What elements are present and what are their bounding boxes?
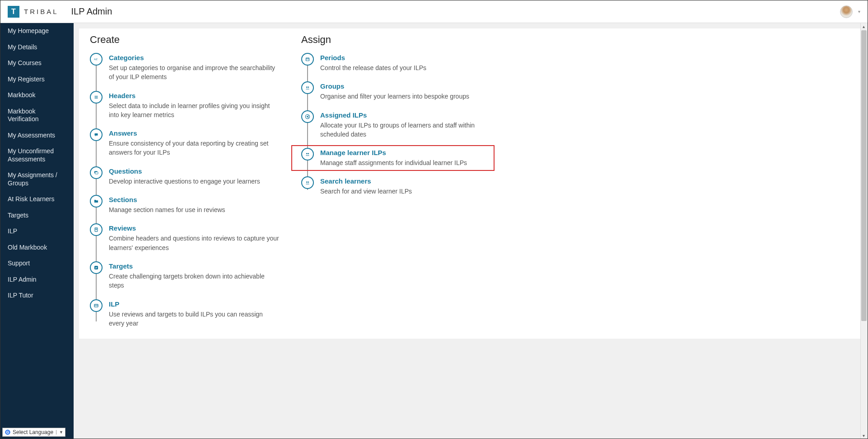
sidebar-item-my-details[interactable]: My Details	[0, 39, 74, 56]
item-title[interactable]: Manage learner ILPs	[320, 149, 491, 156]
google-translate-icon: G	[5, 429, 11, 435]
scroll-down-icon[interactable]: ▾	[861, 433, 866, 438]
item-desc: Ensure consistency of your data reportin…	[109, 139, 280, 157]
sidebar-item-targets[interactable]: Targets	[0, 208, 74, 224]
sidebar-item-my-registers[interactable]: My Registers	[0, 71, 74, 88]
sidebar-item-my-assessments[interactable]: My Assessments	[0, 127, 74, 144]
item-title[interactable]: Answers	[109, 129, 280, 137]
assign-item-groups[interactable]: Groups Organise and filter your learners…	[301, 81, 491, 110]
folder-icon	[90, 195, 103, 208]
item-title[interactable]: Headers	[109, 92, 280, 99]
logo[interactable]: T TRIBAL	[8, 6, 59, 18]
item-desc: Create challenging targets broken down i…	[109, 272, 280, 290]
create-item-headers[interactable]: Headers Select data to include in learne…	[90, 91, 280, 129]
scroll-up-icon[interactable]: ▴	[861, 24, 866, 28]
checkbox-icon	[90, 261, 103, 274]
svg-text:G: G	[6, 430, 9, 434]
sidebar: My Homepage My Details My Courses My Reg…	[0, 23, 74, 439]
svg-rect-8	[95, 172, 98, 174]
svg-point-18	[308, 87, 309, 88]
avatar[interactable]	[840, 5, 853, 18]
item-desc: Control the release dates of your ILPs	[320, 63, 491, 72]
item-desc: Search for and view learner ILPs	[320, 187, 491, 196]
sidebar-item-my-courses[interactable]: My Courses	[0, 55, 74, 71]
language-selector[interactable]: G Select Language ▼	[2, 428, 65, 437]
sidebar-item-ilp-tutor[interactable]: ILP Tutor	[0, 288, 74, 304]
svg-point-20	[306, 153, 308, 155]
item-title[interactable]: Categories	[109, 54, 280, 61]
group-icon	[301, 176, 314, 189]
message-icon	[90, 128, 103, 141]
scrollbar-thumb[interactable]	[861, 30, 867, 321]
assign-item-assigned-ilps[interactable]: Assigned ILPs Allocate your ILPs to grou…	[301, 110, 491, 148]
create-column: Create AZ Categories Set up categories t…	[90, 34, 280, 328]
document-icon	[90, 223, 103, 236]
item-desc: Use reviews and targets to build ILPs yo…	[109, 310, 280, 328]
sidebar-item-my-homepage[interactable]: My Homepage	[0, 23, 74, 39]
item-desc: Combine headers and questions into revie…	[109, 234, 280, 252]
item-desc: Manage staff assignments for individual …	[320, 158, 491, 167]
item-desc: Select data to include in learner profil…	[109, 101, 280, 120]
logo-icon: T	[8, 6, 19, 18]
svg-rect-15	[306, 58, 309, 61]
svg-point-17	[306, 87, 308, 88]
scrollbar[interactable]: ▴ ▾	[860, 23, 868, 439]
svg-point-21	[308, 153, 309, 155]
item-desc: Manage section names for use in reviews	[109, 205, 280, 214]
sidebar-item-markbook-verification[interactable]: Markbook Verification	[0, 104, 74, 127]
sidebar-item-my-unconfirmed-assessments[interactable]: My Unconfirmed Assessments	[0, 143, 74, 167]
az-icon: AZ	[90, 53, 103, 66]
create-heading: Create	[90, 34, 280, 46]
group-icon	[301, 148, 314, 160]
item-title[interactable]: Reviews	[109, 224, 280, 232]
item-title[interactable]: Sections	[109, 196, 280, 203]
chevron-down-icon: ▼	[56, 430, 63, 434]
sidebar-item-ilp[interactable]: ILP	[0, 223, 74, 240]
assign-item-manage-learner-ilps[interactable]: Manage learner ILPs Manage staff assignm…	[301, 148, 491, 176]
calendar-icon	[301, 53, 314, 66]
create-item-questions[interactable]: Questions Develop interactive questions …	[90, 166, 280, 195]
create-item-targets[interactable]: Targets Create challenging targets broke…	[90, 261, 280, 299]
sidebar-item-markbook[interactable]: Markbook	[0, 87, 74, 104]
group-icon	[301, 81, 314, 94]
assign-column: Assign Periods Control the release dates…	[301, 34, 491, 328]
list-icon	[90, 91, 103, 104]
svg-text:AZ: AZ	[94, 58, 98, 61]
sidebar-item-my-assignments-groups[interactable]: My Assignments / Groups	[0, 167, 74, 191]
assign-item-search-learners[interactable]: Search learners Search for and view lear…	[301, 176, 491, 196]
item-title[interactable]: Search learners	[320, 177, 491, 185]
assign-heading: Assign	[301, 34, 491, 46]
card-icon	[90, 299, 103, 312]
create-item-reviews[interactable]: Reviews Combine headers and questions in…	[90, 223, 280, 261]
language-selector-label: Select Language	[13, 429, 53, 435]
sidebar-item-at-risk-learners[interactable]: At Risk Learners	[0, 191, 74, 208]
sidebar-item-support[interactable]: Support	[0, 255, 74, 272]
item-title[interactable]: Groups	[320, 82, 491, 90]
item-desc: Allocate your ILPs to groups of learners…	[320, 121, 491, 139]
item-title[interactable]: Assigned ILPs	[320, 111, 491, 119]
item-title[interactable]: Periods	[320, 54, 491, 61]
svg-rect-6	[95, 133, 98, 136]
svg-point-22	[306, 182, 308, 183]
sidebar-item-old-markbook[interactable]: Old Markbook	[0, 240, 74, 256]
item-title[interactable]: ILP	[109, 300, 280, 308]
topbar: T TRIBAL ILP Admin ▾	[0, 0, 868, 23]
send-icon	[301, 110, 314, 123]
chevron-down-icon[interactable]: ▾	[858, 9, 860, 14]
question-icon	[90, 166, 103, 179]
item-desc: Organise and filter your learners into b…	[320, 92, 491, 101]
logo-text: TRIBAL	[24, 8, 59, 15]
create-item-categories[interactable]: AZ Categories Set up categories to organ…	[90, 53, 280, 91]
create-item-ilp[interactable]: ILP Use reviews and targets to build ILP…	[90, 299, 280, 328]
page-title: ILP Admin	[71, 6, 112, 17]
item-title[interactable]: Targets	[109, 262, 280, 270]
sidebar-item-ilp-admin[interactable]: ILP Admin	[0, 272, 74, 288]
item-desc: Set up categories to organise and improv…	[109, 63, 280, 82]
item-desc: Develop interactive questions to engage …	[109, 177, 280, 186]
create-item-sections[interactable]: Sections Manage section names for use in…	[90, 195, 280, 223]
item-title[interactable]: Questions	[109, 167, 280, 175]
assign-item-periods[interactable]: Periods Control the release dates of you…	[301, 53, 491, 81]
svg-point-23	[308, 182, 309, 183]
main-content: Create AZ Categories Set up categories t…	[74, 23, 868, 439]
create-item-answers[interactable]: Answers Ensure consistency of your data …	[90, 128, 280, 166]
